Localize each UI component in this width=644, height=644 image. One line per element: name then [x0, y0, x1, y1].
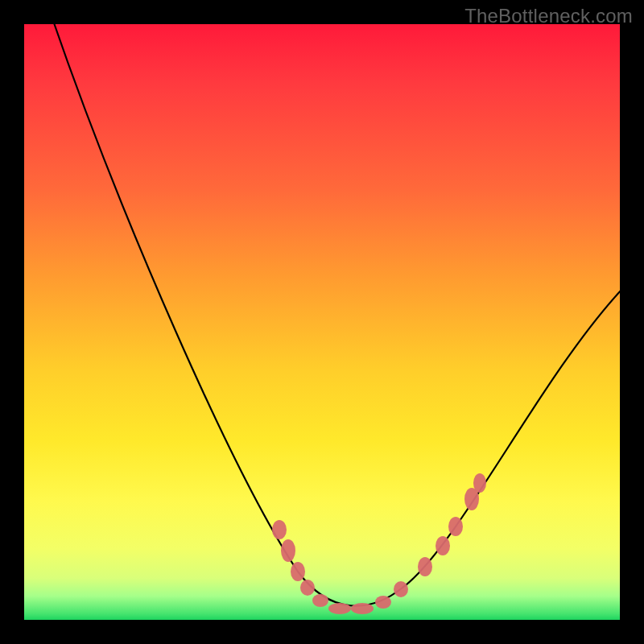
curve-marker-8 — [394, 581, 408, 597]
curve-marker-13 — [473, 473, 486, 493]
curve-marker-5 — [328, 603, 351, 614]
curve-marker-1 — [281, 539, 295, 562]
chart-frame: TheBottleneck.com — [0, 0, 644, 644]
curve-marker-9 — [418, 557, 432, 576]
curve-markers — [272, 473, 486, 614]
curve-marker-10 — [436, 536, 450, 555]
bottleneck-curve — [52, 16, 621, 606]
curve-marker-6 — [351, 603, 374, 614]
watermark-text: TheBottleneck.com — [464, 5, 633, 27]
curve-marker-4 — [312, 594, 328, 607]
curve-marker-2 — [291, 562, 305, 581]
plot-area — [24, 24, 620, 620]
curve-marker-3 — [300, 580, 315, 596]
curve-marker-0 — [272, 520, 287, 539]
curve-marker-11 — [448, 517, 463, 536]
curve-marker-7 — [375, 596, 391, 609]
curve-svg — [24, 24, 620, 620]
